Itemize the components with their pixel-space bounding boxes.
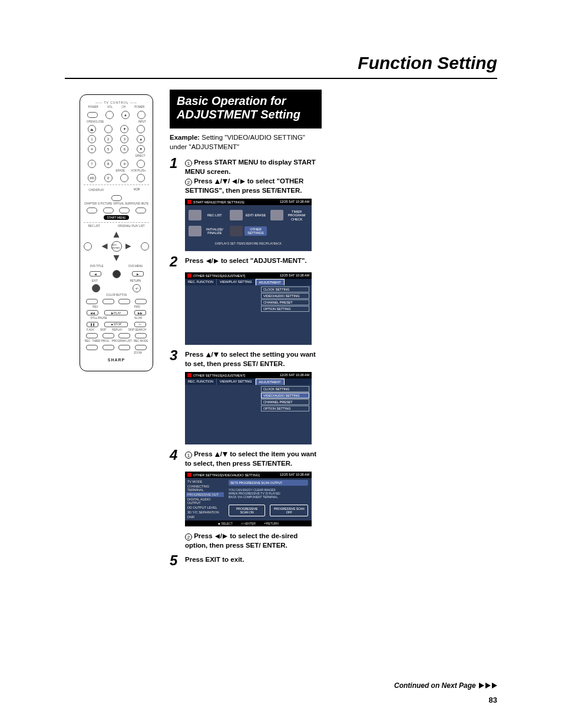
remote-surround-btn: [119, 207, 130, 213]
remote-mute-btn: [135, 207, 146, 213]
step-3: 3 Press / to select the setting you want…: [170, 350, 322, 368]
osd1-otherset: OTHER SETTINGS: [244, 226, 267, 236]
remote-chdisplay-btn: [111, 195, 122, 201]
osd1-thumb-edit: [230, 210, 243, 220]
rec-indicator-icon: [187, 274, 191, 278]
continue-arrow-icon: [485, 683, 491, 689]
remote-origplay-btn: [141, 242, 149, 251]
osd3-clock: 12/25 SAT 10:28 AM: [280, 373, 309, 377]
continued-text: Continued on Next Page: [394, 681, 476, 690]
section-header-l2: ADJUSTMENT Setting: [177, 108, 300, 121]
osd2-item-va: VIDEO/AUDIO SETTING: [261, 293, 309, 299]
remote-input-label: INPUT: [138, 121, 146, 124]
title-rule: [65, 78, 497, 79]
t: .: [286, 542, 287, 549]
example-text: Example: Setting "VIDEO/AUDIO SETTING" u…: [170, 133, 322, 151]
osd2-tab-adj: ADJUSTMENT: [256, 279, 285, 285]
remote-return-label: RETURN: [130, 280, 141, 283]
osd4-ddout: DD OUTPUT LEVEL: [186, 505, 224, 510]
remote-replay-label: REPLAY: [112, 329, 122, 332]
osd1-editerase: EDIT/ ERASE: [244, 213, 267, 217]
osd3-tab-adj: ADJUSTMENT: [256, 378, 285, 385]
left-arrow-icon: [206, 259, 211, 263]
osd1-initfin: INITIALIZE/ FINALIZE: [203, 228, 226, 235]
osd1-clock: 12/25 SAT 10:28 AM: [280, 200, 309, 204]
remote-brand: SHARP: [84, 358, 149, 362]
step-3-body: Press / to select the setting you want t…: [185, 350, 322, 368]
remote-reclist-btn: [84, 242, 92, 251]
right-arrow-icon: [240, 179, 245, 184]
osd4-f-enter: ENTER: [246, 522, 256, 525]
t: SET/ ENTER: [243, 360, 283, 367]
remote-power2-label: POWER: [134, 106, 144, 109]
remote-search-label: SKIP SEARCH: [128, 329, 146, 332]
osd2-item-ch: CHANNEL PRESET: [261, 299, 309, 305]
osd4-f-return: RETURN: [266, 522, 279, 525]
t: SET/ENTER: [252, 460, 290, 467]
remote-skip-btn: [103, 333, 114, 338]
osd2-item-opt: OPTION SETTING: [261, 306, 309, 312]
osd4-connterm: CONNECTING TERMINAL: [186, 484, 224, 492]
remote-picture-label: G.PICTURE: [98, 203, 113, 206]
remote-num-7: 7: [88, 160, 96, 168]
remote-input-btn: [137, 125, 145, 133]
left-arrow-icon: [215, 534, 220, 539]
remote-prog-btn: [118, 345, 130, 350]
osd4-path: OTHER SETTINGS[VIDEO/AUDIO SETTING]: [193, 473, 260, 477]
remote-stillpause-label: STILL/PAUSE: [91, 317, 107, 320]
remote-zoom-label: ZOOM: [134, 352, 142, 355]
remote-mute-label: MUTE: [141, 203, 148, 206]
section-header: Basic Operation for ADJUSTMENT Setting: [170, 90, 322, 129]
remote-slow-btn: ▷: [134, 322, 146, 327]
remote-dvdmenu-label: DVD MENU: [128, 265, 143, 268]
osd1-reclist: REC LIST: [203, 213, 226, 217]
remote-direct-label: DIRECT: [135, 155, 146, 158]
remote-num-3: 3: [120, 135, 128, 143]
step-4b: 4 2 Press / to select the de-sired optio…: [170, 531, 322, 550]
remote-rev-label: REV: [92, 306, 98, 309]
step-1: 1 1 Press START MENU to display START ME…: [170, 157, 322, 195]
step-4-number: 4: [170, 448, 185, 462]
step-1-number: 1: [170, 156, 185, 170]
remote-num-2: 2: [104, 135, 113, 143]
remote-color-c: [118, 299, 130, 304]
up-arrow-icon: [215, 452, 220, 457]
remote-color-a: [86, 299, 98, 304]
remote-fwd-label: FWD: [134, 306, 140, 309]
t: BACK VIA COMPONENT TERMINAL.: [229, 495, 279, 499]
step-4: 4 1 Press / to select the item you want …: [170, 449, 322, 468]
osd4-msg1: SETS PROGRESSIVE SCAN OUTPUT.: [229, 480, 308, 486]
remote-dpad: SET/ ENTER: [102, 232, 131, 261]
remote-recmode-btn: [135, 345, 147, 350]
osd3-item-clock: CLOCK SETTING: [261, 386, 309, 392]
step-5-number: 5: [170, 554, 185, 568]
remote-chapter-label: CHAPTER: [84, 203, 97, 206]
remote-surround-label: VIRTUAL SURROUND: [113, 203, 140, 206]
remote-erase-label: ERASE: [116, 170, 125, 173]
remote-fadv-btn: [86, 333, 98, 338]
left-arrow-icon: [232, 179, 237, 184]
remote-slow-label: SLOW: [134, 317, 142, 320]
remote-timer-btn: [103, 345, 114, 350]
remote-pause-btn: ❚❚: [87, 322, 98, 327]
remote-recmode-label: REC MODE: [134, 340, 148, 343]
osd3-path: OTHER SETTINGS[ADJUSTMENT]: [193, 374, 245, 377]
remote-illustration: —— TV CONTROL —— POWER VOL CH POWER ▲ OP…: [80, 94, 153, 371]
remote-fwd-btn: ▶▶: [134, 310, 146, 315]
osd1-path: START MENU[OTHER SETTINGS]: [193, 200, 244, 204]
remote-dvdtitle-label: DVD TITLE: [90, 265, 104, 268]
t: Press: [185, 257, 206, 264]
osd2-path: OTHER SETTINGS[ADJUSTMENT]: [193, 274, 245, 278]
remote-picture-btn: [103, 207, 114, 213]
remote-color-d: [135, 299, 147, 304]
remote-chapter-btn: [87, 207, 97, 213]
remote-spare-a: ▲: [137, 135, 145, 143]
remote-ch-down: ▼: [120, 125, 128, 133]
t: Press: [185, 351, 206, 358]
osd3-tab-rec: REC. FUNCTION: [185, 378, 217, 385]
osd4-msg2: YOU CAN ENJOY CLEAR IMAGES WHEN PROGRESS…: [229, 488, 308, 499]
osd1-thumb-other: [230, 226, 243, 236]
step-2: 2 Press / to select "ADJUST-MENT".: [170, 256, 322, 269]
osd4-digaudio: DIGITAL AUDIO OUTPUT: [186, 497, 224, 505]
remote-return-btn: ↶: [133, 284, 141, 292]
